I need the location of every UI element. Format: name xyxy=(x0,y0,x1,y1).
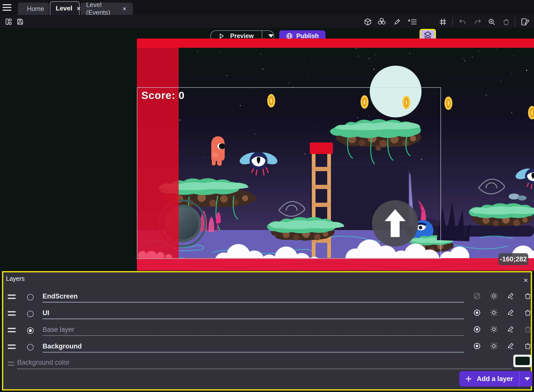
save-icon xyxy=(16,18,24,25)
editor-layout-button[interactable] xyxy=(4,17,13,26)
layer-name-field[interactable]: EndScreen xyxy=(43,293,464,302)
plus-icon xyxy=(465,375,472,383)
coin-sprite[interactable] xyxy=(402,96,410,109)
drag-handle-icon-disabled xyxy=(8,362,16,366)
main-toolbar: Preview Publish xyxy=(0,15,534,28)
main-menu-button[interactable] xyxy=(2,3,12,12)
instances-list-icon xyxy=(408,18,417,26)
delete-button[interactable] xyxy=(502,17,511,26)
tab-label: Level (Events) xyxy=(86,1,118,16)
drag-handle-icon[interactable] xyxy=(8,294,16,299)
pencil-icon xyxy=(393,18,401,26)
scene-render xyxy=(137,39,534,271)
active-layer-radio[interactable] xyxy=(27,344,34,350)
gdevelop-editor-window: Home Level × Level (Events) × Preview xyxy=(0,0,534,392)
layer-name-field[interactable]: Base layer xyxy=(43,326,464,336)
background-color-swatch[interactable] xyxy=(513,355,532,367)
delete-layer-icon[interactable] xyxy=(523,341,533,351)
hamburger-icon xyxy=(2,4,11,5)
add-layer-button[interactable]: Add a layer xyxy=(459,371,533,387)
lighting-icon[interactable] xyxy=(489,291,499,301)
cube-3d-icon xyxy=(364,18,372,26)
edit-layer-icon[interactable] xyxy=(506,291,516,301)
red-kill-zone-bottom[interactable] xyxy=(137,258,534,271)
coin-sprite[interactable] xyxy=(267,94,275,107)
zoom-button[interactable] xyxy=(487,17,496,26)
edit-layer-icon[interactable] xyxy=(506,324,516,334)
close-tab-icon[interactable]: × xyxy=(122,5,127,12)
edit-layer-icon[interactable] xyxy=(506,341,516,351)
layer-name-field[interactable]: UI xyxy=(43,309,464,319)
red-kill-zone-left[interactable] xyxy=(137,39,179,258)
jump-button-control[interactable] xyxy=(372,200,418,246)
tab-label: Home xyxy=(27,5,44,13)
redo-button[interactable] xyxy=(473,17,482,26)
tab-level[interactable]: Level × xyxy=(50,1,80,15)
scene-properties-button[interactable] xyxy=(520,17,531,26)
edit-object-button[interactable] xyxy=(393,17,402,26)
cursor-coordinates-badge: -160;282 xyxy=(498,253,528,265)
tab-home[interactable]: Home xyxy=(18,2,49,15)
score-text-object[interactable]: Score: 0 xyxy=(141,90,185,101)
background-color-label: Background color xyxy=(17,359,69,366)
tab-label: Level xyxy=(56,4,72,12)
redo-icon xyxy=(474,18,482,26)
delete-layer-icon-disabled xyxy=(523,324,533,334)
visibility-off-icon[interactable] xyxy=(472,291,482,301)
layer-row-ui: UI xyxy=(3,306,531,320)
background-color-value xyxy=(515,357,530,365)
toolbar-divider xyxy=(452,17,453,26)
scene-canvas[interactable] xyxy=(137,39,534,271)
layers-panel-title: Layers xyxy=(6,275,25,282)
drag-handle-icon[interactable] xyxy=(8,328,16,332)
instances-list-button[interactable] xyxy=(408,17,418,26)
moon-sprite[interactable] xyxy=(370,66,422,117)
visibility-on-icon[interactable] xyxy=(472,308,482,318)
layout-panels-icon xyxy=(5,18,12,25)
grid-icon xyxy=(439,18,447,26)
visibility-on-icon[interactable] xyxy=(472,324,482,334)
play-icon xyxy=(218,33,225,39)
layer-row-base-layer: Base layer xyxy=(3,322,531,337)
edit-layer-icon[interactable] xyxy=(506,308,516,318)
coin-sprite[interactable] xyxy=(361,95,369,109)
grid-button[interactable] xyxy=(438,17,447,26)
toolbar-divider xyxy=(515,17,515,26)
visibility-on-icon[interactable] xyxy=(472,341,482,351)
drag-handle-icon[interactable] xyxy=(8,344,16,349)
active-layer-radio[interactable] xyxy=(27,294,34,300)
3d-box-button[interactable] xyxy=(363,17,372,26)
coin-sprite[interactable] xyxy=(444,97,452,110)
background-color-row: Background color xyxy=(3,356,531,370)
layer-name-field[interactable]: Background xyxy=(43,343,464,352)
objects-button[interactable] xyxy=(377,17,386,26)
edit-scene-icon xyxy=(521,18,530,26)
delete-layer-icon[interactable] xyxy=(523,291,533,301)
layer-row-endscreen: EndScreen xyxy=(3,289,531,303)
add-layer-label: Add a layer xyxy=(477,375,513,383)
layer-row-background: Background xyxy=(3,339,531,353)
lighting-icon[interactable] xyxy=(489,324,499,334)
lighting-icon[interactable] xyxy=(489,341,499,351)
lighting-icon[interactable] xyxy=(489,308,499,318)
tab-level-events[interactable]: Level (Events) × xyxy=(81,2,133,15)
close-panel-icon[interactable]: × xyxy=(522,276,530,285)
add-layer-dropdown-caret[interactable] xyxy=(525,377,530,381)
save-button[interactable] xyxy=(15,17,25,26)
active-layer-radio-checked[interactable] xyxy=(27,327,34,334)
preview-dropdown-caret[interactable] xyxy=(268,34,274,38)
button-divider xyxy=(519,371,520,387)
tab-bar: Home Level × Level (Events) × xyxy=(0,0,534,15)
trash-icon xyxy=(502,18,510,26)
background-color-underline xyxy=(17,369,512,369)
undo-button[interactable] xyxy=(458,17,467,26)
objects-stack-icon xyxy=(377,18,386,26)
undo-icon xyxy=(458,18,466,26)
drag-handle-icon[interactable] xyxy=(8,311,16,316)
zoom-in-icon xyxy=(488,18,496,26)
delete-layer-icon[interactable] xyxy=(523,308,533,318)
active-layer-radio[interactable] xyxy=(27,311,34,317)
red-kill-zone-top[interactable] xyxy=(137,39,534,48)
